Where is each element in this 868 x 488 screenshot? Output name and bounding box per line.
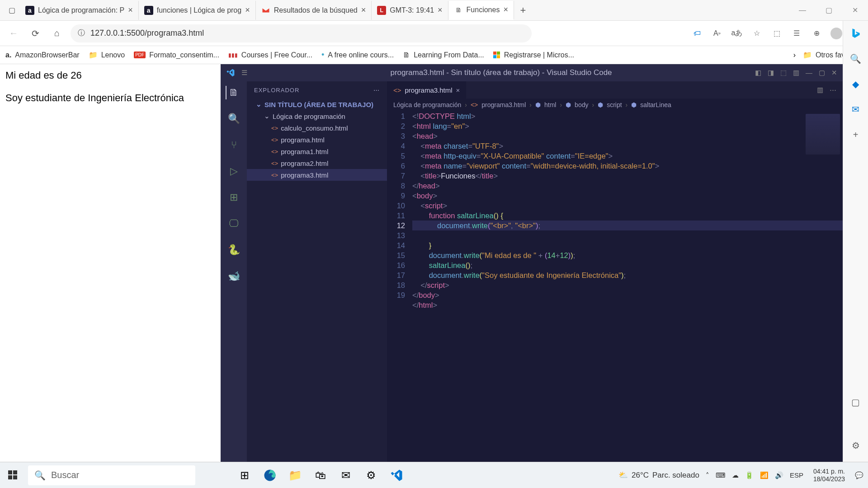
vs-close-icon[interactable]: ✕ [831,69,837,77]
bing-icon[interactable] [849,26,863,41]
url-input[interactable]: ⓘ 127.0.0.1:5500/programa3.html [71,24,532,42]
edge-taskbar-icon[interactable] [261,467,278,484]
settings-taskbar-icon[interactable]: ⚙ [363,467,380,484]
favorites-list-icon[interactable]: ☰ [790,27,803,40]
minimize-button[interactable]: — [789,1,816,19]
battery-icon[interactable]: 🔋 [745,471,754,479]
clock[interactable]: 04:41 p. m. 18/04/2023 [810,468,849,483]
remote-icon[interactable]: 🖵 [227,217,241,230]
file-item[interactable]: <>calculo_consumo.html [247,122,387,134]
toggle-sidebar-icon[interactable]: ▢ [849,395,863,409]
notifications-icon[interactable]: 💬 [855,471,863,479]
vs-minimize-icon[interactable]: — [806,69,812,77]
run-debug-icon[interactable]: ▷ [227,164,241,178]
layout-icon[interactable]: ⬚ [780,69,787,77]
vscode-titlebar: ☰ programa3.html - Sin título (área de t… [221,64,843,81]
explorer-icon[interactable]: 🗎 [226,86,239,99]
minimap[interactable] [806,114,840,155]
close-icon[interactable]: × [245,5,250,15]
close-icon[interactable]: × [503,5,508,14]
vscode-taskbar-icon[interactable] [388,467,405,484]
close-window-button[interactable]: ✕ [842,1,868,19]
bookmark-microsoft[interactable]: Registrarse | Micros... [493,51,574,59]
bookmark-freecourse[interactable]: •A free online cours... [321,50,394,60]
new-tab-button[interactable]: + [514,5,532,16]
more-icon[interactable]: ⋯ [830,86,836,94]
onedrive-icon[interactable]: ☁ [732,471,739,479]
shopping-icon[interactable]: 🏷 [691,27,703,40]
line-gutter: 12345678910111213141516171819 [387,111,412,462]
source-control-icon[interactable]: ⑂ [227,138,241,152]
add-sidebar-icon[interactable]: + [849,127,863,142]
close-icon[interactable]: × [128,5,133,15]
file-item[interactable]: <>programa.html [247,134,387,145]
close-icon[interactable]: × [361,5,366,15]
layout-icon[interactable]: ◨ [768,69,774,77]
refresh-button[interactable]: ⟳ [27,25,43,42]
layout-icon[interactable]: ◧ [755,69,761,77]
svg-rect-3 [497,55,500,58]
docker-icon[interactable]: 🐋 [227,269,241,283]
menu-icon[interactable]: ☰ [241,69,247,77]
bookmark-learning[interactable]: 🗎Learning From Data... [403,51,484,59]
layout-icon[interactable]: ▥ [793,69,799,77]
tab-4[interactable]: L GMT-3: 19:41 × [372,1,448,20]
code-editor[interactable]: 12345678910111213141516171819 <!DOCTYPE … [387,111,843,462]
search-sidebar-icon[interactable]: 🔍 [849,52,863,66]
settings-sidebar-icon[interactable]: ⚙ [849,438,863,453]
profile-icon[interactable] [830,27,843,40]
copilot-icon[interactable]: ◆ [849,77,863,91]
close-icon[interactable]: × [438,5,443,15]
file-item[interactable]: <>programa1.html [247,145,387,157]
file-item-active[interactable]: <>programa3.html [247,169,387,181]
back-button[interactable]: ← [5,25,22,42]
tab-3[interactable]: Resultados de la búsqued × [256,1,372,20]
extensions-icon[interactable]: ⬚ [770,27,783,40]
vs-maximize-icon[interactable]: ▢ [819,69,825,77]
weather-widget[interactable]: ⛅ 26°C Parc. soleado [618,470,699,480]
volume-icon[interactable]: 🔊 [775,471,783,479]
tray-icon[interactable]: ⌨ [716,471,726,479]
tab-title: Funciones [467,6,500,14]
bookmark-formato[interactable]: PDFFormato_consentim... [134,51,219,59]
start-button[interactable] [0,462,26,488]
more-icon[interactable]: ⋯ [373,87,380,94]
tab-actions-icon[interactable]: ▢ [4,2,20,19]
bookmark-courses[interactable]: ▮▮▮Courses | Free Cour... [228,51,312,59]
python-icon[interactable]: 🐍 [227,243,241,257]
home-button[interactable]: ⌂ [49,25,65,42]
mail-taskbar-icon[interactable]: ✉ [337,467,354,484]
search-activity-icon[interactable]: 🔍 [227,112,241,126]
favorite-icon[interactable]: ☆ [750,27,763,40]
favicon-icon: a [144,6,153,15]
language-indicator[interactable]: ESP [790,471,803,479]
breadcrumb[interactable]: Lógica de programación› <>programa3.html… [387,99,843,111]
chevron-up-icon[interactable]: ˄ [706,471,709,479]
collections-icon[interactable]: ⊕ [810,27,823,40]
overflow-icon[interactable]: › [793,51,796,59]
store-taskbar-icon[interactable]: 🛍 [312,467,329,484]
maximize-button[interactable]: ▢ [816,1,842,19]
explorer-taskbar-icon[interactable]: 📁 [287,467,304,484]
close-icon[interactable]: × [456,86,460,94]
tab-2[interactable]: a funciones | Lógica de prog × [139,1,256,20]
wifi-icon[interactable]: 📶 [760,471,769,479]
bookmark-amazon[interactable]: a.AmazonBrowserBar [5,51,80,59]
editor-tab[interactable]: <> programa3.html × [387,81,466,99]
bookmark-lenovo[interactable]: 📁Lenovo [89,51,125,59]
explorer-sidebar: EXPLORADOR ⋯ ⌄SIN TÍTULO (ÁREA DE TRABAJ… [247,81,387,462]
file-item[interactable]: <>programa2.html [247,157,387,169]
folder-item[interactable]: ⌄Lógica de programación [247,110,387,122]
vscode-window: ☰ programa3.html - Sin título (área de t… [221,64,843,462]
split-editor-icon[interactable]: ▥ [817,86,823,94]
outlook-icon[interactable]: ✉ [849,102,863,117]
text-size-icon[interactable]: A» [711,27,723,40]
taskbar-search[interactable]: 🔍 Buscar [28,465,195,485]
tab-1[interactable]: a Lógica de programación: P × [20,1,139,20]
translate-icon[interactable]: aあ [731,27,743,40]
task-view-icon[interactable]: ⊞ [236,467,253,484]
tab-5[interactable]: 🗎 Funciones × [448,1,514,20]
extensions-activity-icon[interactable]: ⊞ [227,191,241,204]
info-icon: ⓘ [78,28,85,38]
workspace-folder[interactable]: ⌄SIN TÍTULO (ÁREA DE TRABAJO) [247,99,387,110]
